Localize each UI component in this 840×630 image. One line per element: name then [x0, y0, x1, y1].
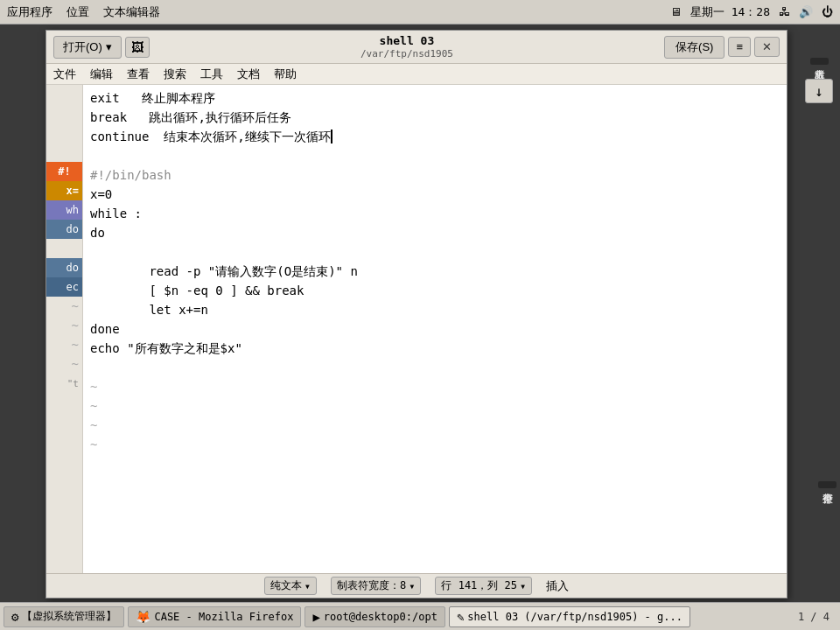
gutter-line	[46, 85, 82, 104]
dropdown-arrow-icon: ▾	[304, 580, 311, 592]
save-button[interactable]: 保存(S)	[664, 36, 724, 59]
network-icon: 🖧	[779, 5, 790, 18]
firefox-icon: 🦊	[136, 610, 150, 624]
window-title: shell 03	[360, 34, 453, 48]
tilde-line: ~	[90, 396, 780, 416]
gutter-line	[46, 143, 82, 162]
power-icon[interactable]: ⏻	[822, 5, 833, 18]
taskbar-item-terminal[interactable]: ▶ root@desktop0:/opt	[304, 606, 444, 627]
code-line: while :	[90, 204, 780, 223]
taskbar-item-firefox[interactable]: 🦊 CASE - Mozilla Firefox	[128, 606, 301, 627]
open-button[interactable]: 打开(O) ▾	[53, 36, 122, 59]
right-panel-text2: 束整个行	[818, 481, 836, 488]
menu-view[interactable]: 查看	[127, 66, 150, 82]
code-line: x=0	[90, 185, 780, 204]
editor-window: 打开(O) ▾ 🖼 shell 03 /var/ftp/nsd1905 保存(S…	[46, 30, 788, 598]
tab-width-dropdown[interactable]: 制表符宽度：8 ▾	[331, 577, 421, 595]
system-bar-right: 🖥 星期一 14：28 🖧 🔊 ⏻	[670, 4, 833, 20]
scroll-down-button[interactable]: ↓	[805, 79, 833, 103]
menu-document[interactable]: 文档	[237, 66, 260, 82]
computer-icon: 🖥	[670, 5, 682, 18]
apps-menu[interactable]: 应用程序	[7, 4, 52, 20]
title-bar-right: 保存(S) ≡ ✕	[664, 36, 780, 59]
gutter-while: wh	[46, 200, 82, 220]
terminal-icon: ▶	[312, 610, 319, 624]
system-bar: 应用程序 位置 文本编辑器 🖥 星期一 14：28 🖧 🔊 ⏻	[0, 0, 840, 24]
dropdown-arrow-icon: ▾	[106, 40, 112, 53]
dropdown-arrow-icon: ▾	[520, 580, 526, 592]
right-panel-text1[interactable]: 载入出栏	[810, 58, 829, 65]
gutter-t: "t	[46, 374, 82, 393]
gutter-ec: ec	[46, 277, 82, 297]
code-editor[interactable]: exit 终止脚本程序 break 跳出循环,执行循环后任务 continue …	[83, 85, 787, 573]
menu-search[interactable]: 搜索	[164, 66, 186, 82]
menu-tools[interactable]: 工具	[200, 66, 223, 82]
code-line: exit 终止脚本程序	[90, 88, 780, 108]
code-line-cursor: continue 结束本次循环,继续下一次循环	[90, 127, 780, 146]
tilde-line: ~	[90, 377, 780, 396]
dropdown-arrow-icon: ▾	[409, 580, 415, 592]
gutter-do2: do	[46, 258, 82, 277]
line-gutter: #! x= wh do do ec ~ ~ ~ ~ "t	[46, 85, 83, 573]
file-type-dropdown[interactable]: 纯文本 ▾	[264, 577, 317, 595]
menu-bar: 文件 编辑 查看 搜索 工具 文档 帮助	[46, 64, 787, 85]
code-line	[90, 358, 780, 377]
gutter-tilde: ~	[46, 335, 82, 354]
gutter-line	[46, 239, 82, 258]
code-line	[90, 242, 780, 262]
tilde-line: ~	[90, 416, 780, 435]
taskbar: ⚙ 【虚拟系统管理器】 🦊 CASE - Mozilla Firefox ▶ r…	[0, 602, 840, 630]
gutter-line	[46, 123, 82, 143]
editor-icon: ✎	[457, 610, 464, 624]
location-menu[interactable]: 位置	[66, 4, 89, 20]
text-cursor	[331, 130, 332, 144]
code-line: break 跳出循环,执行循环后任务	[90, 108, 780, 127]
tab-width-item: 制表符宽度：8 ▾	[331, 577, 421, 595]
sysmanager-icon: ⚙	[11, 610, 18, 624]
editor-body: #! x= wh do do ec ~ ~ ~ ~ "t exit 终止脚	[46, 85, 787, 573]
status-bar: 纯文本 ▾ 制表符宽度：8 ▾ 行 141，列 25 ▾ 插入	[46, 573, 787, 598]
line-col-dropdown[interactable]: 行 141，列 25 ▾	[435, 577, 532, 595]
taskbar-item-editor[interactable]: ✎ shell 03 (/var/ftp/nsd1905) - g...	[449, 606, 690, 627]
code-line: read -p "请输入数字(O是结束)" n	[90, 262, 780, 281]
title-bar-center: shell 03 /var/ftp/nsd1905	[360, 34, 453, 60]
taskbar-item-sysmanager[interactable]: ⚙ 【虚拟系统管理器】	[4, 606, 124, 627]
code-line	[90, 146, 780, 165]
gutter-do: do	[46, 220, 82, 239]
hamburger-menu-button[interactable]: ≡	[728, 37, 751, 57]
menu-help[interactable]: 帮助	[274, 66, 297, 82]
insert-mode-label: 插入	[546, 578, 569, 594]
right-panel: 载入出栏 ↓	[802, 54, 836, 107]
editor-menu[interactable]: 文本编辑器	[103, 4, 160, 20]
menu-file[interactable]: 文件	[53, 66, 76, 82]
page-indicator: 1 / 4	[798, 611, 836, 623]
line-col-item: 行 141，列 25 ▾	[435, 577, 532, 595]
title-bar-left: 打开(O) ▾ 🖼	[53, 36, 150, 59]
code-line: [ $n -eq 0 ] && break	[90, 281, 780, 300]
gutter-shebang: #!	[46, 162, 82, 181]
window-subtitle: /var/ftp/nsd1905	[360, 48, 453, 60]
close-button[interactable]: ✕	[754, 37, 780, 57]
system-bar-left: 应用程序 位置 文本编辑器	[7, 4, 160, 20]
title-bar: 打开(O) ▾ 🖼 shell 03 /var/ftp/nsd1905 保存(S…	[46, 31, 787, 64]
volume-icon: 🔊	[799, 5, 813, 18]
code-line: do	[90, 223, 780, 242]
code-line: done	[90, 319, 780, 339]
gutter-tilde: ~	[46, 297, 82, 316]
gutter-x: x=	[46, 181, 82, 200]
code-line: let x+=n	[90, 300, 780, 319]
insert-mode-item: 插入	[546, 578, 569, 594]
gutter-tilde: ~	[46, 316, 82, 335]
file-type-item: 纯文本 ▾	[264, 577, 317, 595]
gutter-tilde: ~	[46, 354, 82, 374]
code-line: echo "所有数字之和是$x"	[90, 339, 780, 358]
tilde-line: ~	[90, 435, 780, 454]
save-image-button[interactable]: 🖼	[125, 37, 150, 58]
menu-edit[interactable]: 编辑	[90, 66, 113, 82]
datetime-display: 星期一 14：28	[690, 4, 770, 20]
gutter-line	[46, 104, 82, 123]
code-line: #!/bin/bash	[90, 165, 780, 185]
